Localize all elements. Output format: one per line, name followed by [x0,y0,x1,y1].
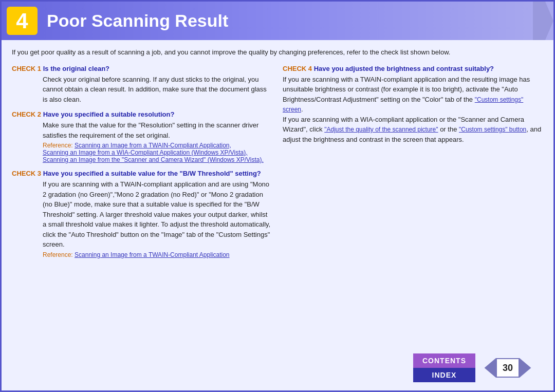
left-column: CHECK 1 Is the original clean? Check you… [12,65,272,351]
intro-text: If you get poor quality as a result of s… [12,47,543,58]
check1-block: CHECK 1 Is the original clean? Check you… [12,65,272,105]
check4-block: CHECK 4 Have you adjusted the brightness… [283,65,543,145]
check3-link1[interactable]: Scanning an Image from a TWAIN-Compliant… [75,251,229,258]
check3-body: If you are scanning with a TWAIN-complia… [43,179,272,250]
contents-button[interactable]: CONTENTS [413,353,475,368]
check2-label: CHECK 2 [12,110,41,118]
check3-block: CHECK 3 Have you specified a suitable va… [12,170,272,258]
check2-ref-label: Reference: [43,142,75,149]
header: 4 Poor Scanning Result [2,2,553,40]
page-container: 4 Poor Scanning Result If you get poor q… [0,0,555,392]
check2-body: Make sure that the value for the "Resolu… [43,120,272,140]
prev-page-button[interactable] [479,358,496,378]
check4-body3: or the [438,125,459,133]
check1-heading: CHECK 1 Is the original clean? [12,65,272,72]
footer-navigation: 30 [477,358,538,378]
check4-heading: CHECK 4 Have you adjusted the brightness… [283,65,543,72]
chapter-number: 4 [7,7,38,35]
header-arrow-decoration [533,2,553,40]
right-column: CHECK 4 Have you adjusted the brightness… [283,65,543,351]
index-button[interactable]: INDEX [413,368,475,382]
page-title: Poor Scanning Result [47,11,228,31]
check2-reference: Reference: Scanning an Image from a TWAI… [43,142,272,163]
check1-body: Check your original before scanning. If … [43,74,272,105]
check4-body: If you are scanning with a TWAIN-complia… [283,74,543,145]
check2-link1[interactable]: Scanning an Image from a TWAIN-Compliant… [75,142,231,149]
check2-question: Have you specified a suitable resolution… [43,110,175,118]
check2-heading: CHECK 2 Have you specified a suitable re… [12,110,272,118]
check2-block: CHECK 2 Have you specified a suitable re… [12,110,272,163]
page-number: 30 [496,358,520,378]
footer-bar: CONTENTS INDEX 30 [12,350,543,385]
check3-ref-label: Reference: [43,251,75,258]
check4-question: Have you adjusted the brightness and con… [314,65,494,72]
check4-link3[interactable]: "Custom settings" button [459,126,526,133]
next-page-button[interactable] [520,358,536,378]
check2-link3[interactable]: Scanning an Image from the "Scanner and … [43,156,264,163]
check1-question: Is the original clean? [43,65,109,72]
check3-question: Have you specified a suitable value for … [43,170,261,177]
main-columns: CHECK 1 Is the original clean? Check you… [12,65,543,351]
check3-reference: Reference: Scanning an Image from a TWAI… [43,251,272,258]
check1-label: CHECK 1 [12,65,41,72]
check4-label: CHECK 4 [283,65,312,72]
content-area: If you get poor quality as a result of s… [2,40,553,390]
check2-link2[interactable]: Scanning an Image from a WIA-Compliant A… [43,149,248,156]
check4-link2[interactable]: "Adjust the quality of the scanned pictu… [324,126,438,133]
check3-heading: CHECK 3 Have you specified a suitable va… [12,170,272,177]
nav-buttons: CONTENTS INDEX [413,353,475,382]
check3-label: CHECK 3 [12,170,41,177]
